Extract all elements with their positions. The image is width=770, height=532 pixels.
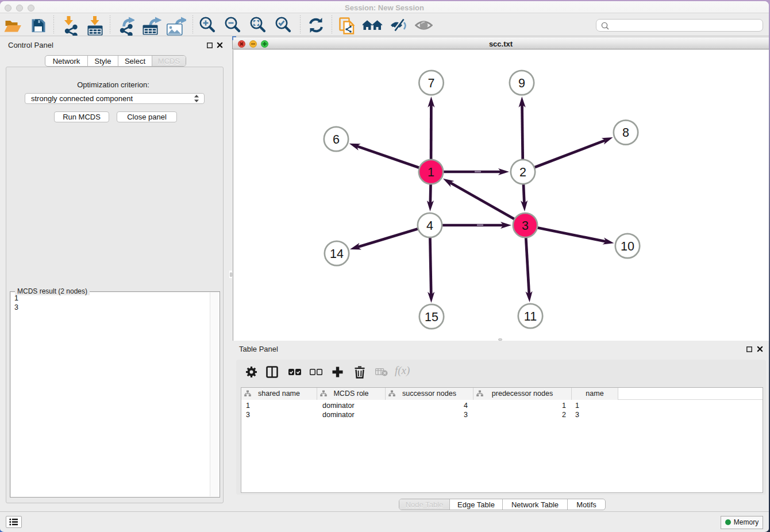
svg-text:2: 2 <box>519 165 526 179</box>
svg-text:14: 14 <box>330 246 344 260</box>
svg-text:1: 1 <box>428 165 434 179</box>
svg-text:8: 8 <box>622 126 629 140</box>
svg-text:6: 6 <box>333 132 340 146</box>
svg-text:15: 15 <box>425 310 438 323</box>
svg-text:10: 10 <box>621 239 634 253</box>
svg-text:4: 4 <box>426 218 433 232</box>
svg-text:3: 3 <box>522 218 529 232</box>
svg-text:11: 11 <box>524 309 537 323</box>
svg-text:7: 7 <box>428 76 435 90</box>
svg-text:9: 9 <box>518 76 525 90</box>
